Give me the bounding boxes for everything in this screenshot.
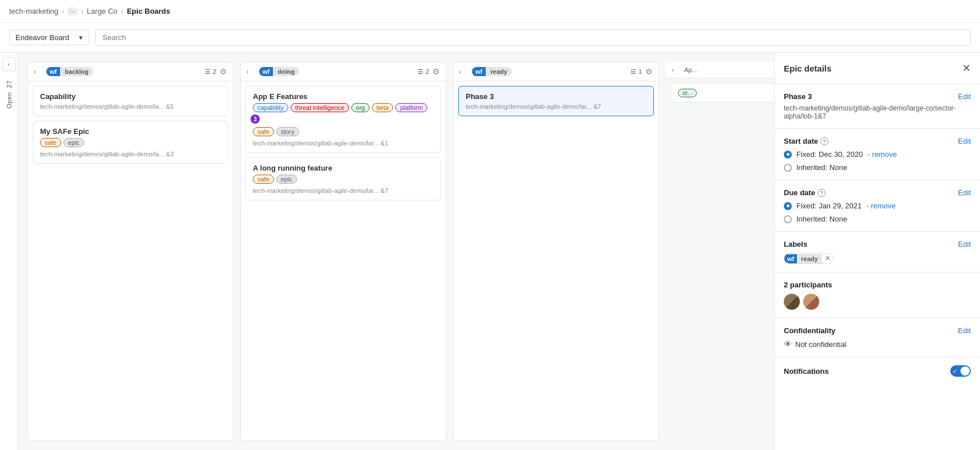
due-date-section: Due date ? Edit Fixed: Jan 29, 2021 - re… [775, 180, 980, 232]
phase-section: Phase 3 Edit tech-marketing/demos/gitlab… [775, 84, 980, 129]
doing-label: doing [273, 67, 299, 76]
expand-icon[interactable]: › [459, 69, 469, 75]
phase-label: Phase 3 [784, 92, 812, 101]
card-path: tech-marketing/demos/gitlab-agile-demo/l… [253, 140, 434, 147]
wf-badge-backlog: wf backlog [46, 67, 93, 76]
column-header-partial: › Ap... [666, 62, 774, 78]
expand-icon[interactable]: › [34, 69, 43, 75]
nav-parent[interactable]: Large Co [87, 7, 117, 15]
labels-area: wf ready ✕ [784, 253, 971, 264]
eye-icon: 👁 [784, 340, 792, 349]
list-icon: ☰ [205, 68, 211, 76]
backlog-label: backlog [60, 67, 93, 76]
notifications-label: Notifications [784, 367, 829, 376]
settings-icon[interactable]: ⚙ [433, 67, 440, 76]
card-title: Capability [40, 92, 221, 101]
board-label: Endeavor Board [15, 33, 69, 42]
label-ready-part: ready [797, 254, 822, 263]
labels-section: Labels Edit wf ready ✕ [775, 232, 980, 273]
wf-label: wf [46, 67, 60, 76]
label-remove-button[interactable]: ✕ [822, 254, 833, 263]
avatar-1 [784, 294, 800, 310]
column-count-doing: ☰ 2 [418, 68, 429, 76]
partial-col-label: Ap... [684, 66, 697, 73]
card-path: tech-marketing/demos/gitlab-agile-demo/l… [253, 187, 434, 194]
start-date-inherited-option: Inherited: None [784, 163, 971, 172]
expand-icon[interactable]: › [672, 67, 681, 73]
wf-badge-ready: wf ready [472, 67, 512, 76]
labels-row: Labels Edit [784, 240, 971, 248]
confidentiality-edit-button[interactable]: Edit [958, 326, 971, 335]
column-count-backlog: ☰ 2 [205, 68, 216, 76]
open-label: Open [6, 92, 13, 109]
avatar-2 [803, 294, 819, 310]
sidebar-count: 27 [6, 80, 13, 88]
tag-story: story [276, 127, 299, 136]
due-date-edit-button[interactable]: Edit [958, 188, 971, 197]
radio-inherited-due[interactable] [784, 215, 792, 223]
due-date-label: Due date ? [784, 188, 826, 197]
labels-edit-button[interactable]: Edit [958, 240, 971, 248]
close-button[interactable]: ✕ [962, 62, 971, 74]
cards-area-ready: Phase 3 tech-marketing/demos/gitlab-agil… [454, 81, 658, 440]
nav-sep-3: › [121, 7, 123, 15]
column-header-backlog: › wf backlog ☰ 2 ⚙ [28, 62, 233, 81]
participants-label: 2 participants [784, 281, 971, 289]
card-path: tech-marketing/demos/gitlab-agile-demo/l… [40, 103, 221, 110]
partial-card[interactable]: or... [670, 83, 774, 102]
start-date-remove-link[interactable]: - remove [867, 150, 896, 159]
phase-edit-button[interactable]: Edit [958, 92, 971, 101]
card-title: A long running feature [253, 164, 434, 172]
start-date-inherited-text: Inherited: None [796, 163, 847, 172]
settings-icon[interactable]: ⚙ [645, 67, 653, 76]
tag-threat-intelligence: threat intelligence [291, 103, 349, 112]
search-input[interactable] [95, 29, 971, 46]
label-wf-part: wf [784, 254, 797, 263]
nav-current: Epic Boards [127, 7, 170, 15]
due-date-fixed-option: Fixed: Jan 29, 2021 - remove [784, 202, 971, 210]
main-layout: ‹ Open 27 › wf backlog ☰ 2 ⚙ [0, 53, 980, 450]
participants-section: 2 participants [775, 273, 980, 318]
notifications-toggle[interactable]: ✓ [950, 365, 971, 377]
start-date-edit-button[interactable]: Edit [958, 137, 971, 145]
card-app-e-features[interactable]: App E Features capability threat intelli… [245, 86, 441, 153]
left-sidebar: ‹ Open 27 [0, 53, 18, 450]
start-date-fixed-text: Fixed: Dec 30, 2020 [796, 150, 863, 159]
nav-org[interactable]: tech-marketing [9, 7, 58, 15]
nav-dots[interactable]: ··· [68, 7, 77, 15]
expand-icon[interactable]: › [247, 69, 256, 75]
card-phase3[interactable]: Phase 3 tech-marketing/demos/gitlab-agil… [458, 86, 654, 116]
sidebar-label: Open 27 [6, 80, 13, 109]
radio-inherited-start[interactable] [784, 164, 792, 172]
card-tags-2: safe story [253, 127, 434, 136]
sidebar-toggle-button[interactable]: ‹ [2, 57, 16, 71]
nav-sep-1: › [62, 7, 64, 15]
tag-platform-num: 3 [251, 115, 260, 124]
wf-badge-doing: wf doing [259, 67, 299, 76]
board-selector[interactable]: Endeavor Board ▾ [9, 30, 89, 45]
column-doing: › wf doing ☰ 2 ⚙ App E Features capabili… [240, 62, 446, 441]
card-capability[interactable]: Capability tech-marketing/demos/gitlab-a… [33, 86, 228, 116]
chevron-left-icon: ‹ [8, 61, 10, 68]
labels-label: Labels [784, 240, 807, 248]
column-count-ready: ☰ 1 [630, 68, 642, 76]
due-date-remove-link[interactable]: - remove [866, 202, 895, 210]
tag-safe: safe [40, 138, 61, 147]
tag-capability: capability [253, 103, 288, 112]
card-long-running[interactable]: A long running feature safe epic tech-ma… [245, 157, 441, 200]
nav-sep-2: › [81, 7, 84, 15]
tag-beta: beta [372, 103, 393, 112]
due-date-fixed-text: Fixed: Jan 29, 2021 [796, 202, 862, 210]
card-mysafe[interactable]: My SAFe Epic safe epic tech-marketing/de… [33, 121, 228, 164]
list-icon: ☰ [630, 68, 636, 76]
board-area: › wf backlog ☰ 2 ⚙ Capability tech-marke… [18, 53, 774, 450]
card-title: App E Features [253, 92, 434, 101]
confidentiality-label: Confidentiality [784, 326, 835, 335]
phase-row: Phase 3 Edit [784, 92, 971, 101]
toolbar: Endeavor Board ▾ [0, 23, 980, 53]
radio-fixed-start[interactable] [784, 151, 792, 159]
radio-fixed-due[interactable] [784, 202, 792, 210]
list-icon: ☰ [418, 68, 423, 76]
settings-icon[interactable]: ⚙ [220, 67, 227, 76]
label-wf-ready: wf ready ✕ [784, 253, 834, 264]
